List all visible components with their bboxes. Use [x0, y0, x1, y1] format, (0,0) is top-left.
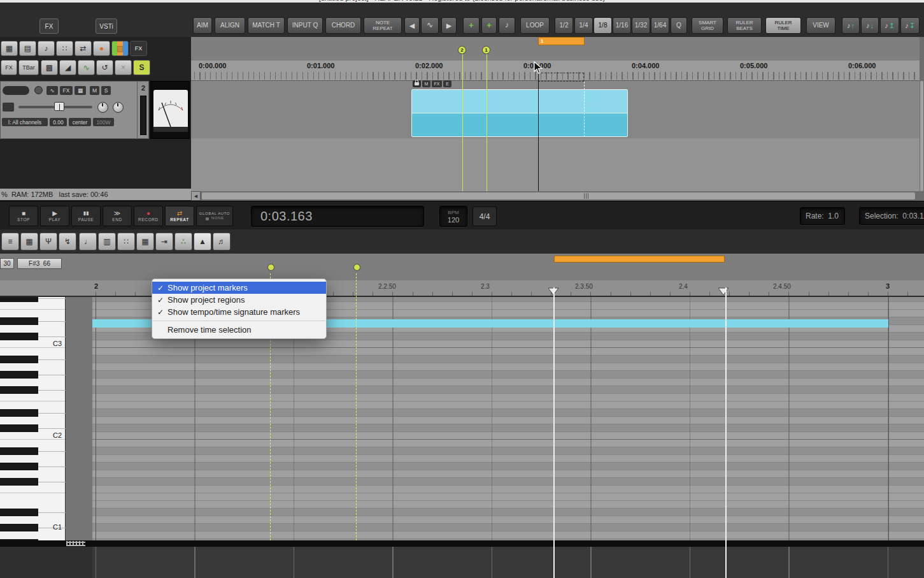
note-down-icon[interactable]: ♪↓ — [861, 17, 879, 34]
add-track-icon[interactable]: + — [463, 17, 480, 34]
end-button[interactable]: ≫ END — [103, 206, 132, 226]
nav-back-icon[interactable]: ◀ — [404, 17, 420, 34]
fade-icon[interactable]: ◢ — [59, 60, 76, 75]
track-name-field[interactable] — [3, 86, 29, 95]
item-lock-badge[interactable] — [413, 80, 421, 87]
midi-grid-icon[interactable]: ▦ — [20, 233, 38, 250]
ruler-time-button[interactable]: RULER TIME — [765, 17, 801, 34]
item-fx-badge[interactable]: FX — [432, 80, 442, 87]
grid-1-16-button[interactable]: 1/16 — [613, 17, 631, 34]
aim-button[interactable]: AIM — [193, 17, 212, 34]
note-repeat-button[interactable]: NOTE REPEAT — [364, 17, 402, 34]
marker-2[interactable]: 2 — [458, 46, 466, 54]
view-button[interactable]: VIEW — [806, 17, 835, 34]
midi-input-badge[interactable]: l: All channels — [2, 118, 48, 126]
note-octave-up-icon[interactable]: ♪↥ — [880, 17, 899, 34]
vertical-scrollbar[interactable] — [920, 37, 924, 191]
transport-time-display[interactable]: 0:03.163 — [251, 206, 424, 227]
track-fx-button[interactable]: FX — [60, 86, 73, 95]
midi-marker-dot-1[interactable] — [267, 264, 274, 271]
align-button[interactable]: ALIGN — [215, 17, 245, 34]
item-mute-badge[interactable]: M — [422, 80, 430, 87]
lightning-icon[interactable]: ↯ — [59, 233, 76, 250]
time-signature-button[interactable]: 4/4 — [473, 206, 497, 226]
marker-1[interactable]: 1 — [482, 46, 490, 54]
solo-button[interactable]: S — [101, 86, 111, 95]
snap-icon[interactable]: ∷ — [56, 41, 73, 56]
fx-chain-icon[interactable]: FX — [130, 41, 147, 56]
nav-forward-icon[interactable]: ▶ — [441, 17, 457, 34]
arrange-area[interactable]: 0:00.000 0:01.000 0:02.000 0:03.000 0:04… — [191, 37, 924, 201]
volume-readout[interactable]: 0.00 — [50, 118, 67, 126]
menu-item-remove-time-selection[interactable]: Remove time selection — [152, 324, 326, 336]
play-button[interactable]: ▶ PLAY — [40, 206, 69, 226]
ripple-icon[interactable]: ⇄ — [75, 41, 92, 56]
pan-readout[interactable]: center — [69, 118, 91, 126]
vsti-button[interactable]: VSTi — [96, 18, 117, 34]
ruler-beats-button[interactable]: RULER BEATS — [727, 17, 762, 34]
scrollbar-handle[interactable] — [202, 192, 915, 199]
chord-button[interactable]: CHORD — [325, 17, 361, 34]
pan-knob[interactable] — [97, 102, 108, 113]
envelope-icon[interactable]: ∿ — [421, 17, 439, 34]
input-q-button[interactable]: INPUT Q — [287, 17, 323, 34]
lane-divider[interactable] — [0, 540, 924, 547]
menu-item-show-tempo-markers[interactable]: ✓ Show tempo/time signature markers — [152, 306, 326, 318]
note-up-icon[interactable]: ♪↑ — [842, 17, 860, 34]
track-control-panel[interactable]: ∿ FX ▦ M S l: All channels 0.00 center 1… — [0, 81, 148, 139]
loop-button[interactable]: LOOP — [520, 17, 550, 34]
note-octave-down-icon[interactable]: ♪↧ — [900, 17, 920, 34]
loop-selection-bar[interactable]: 1 — [538, 37, 585, 45]
midi-loop-bar[interactable] — [554, 256, 725, 263]
bpm-display[interactable]: BPM 120 — [439, 206, 467, 227]
fader-mode-button[interactable] — [3, 103, 14, 112]
track-io-button[interactable]: ▦ — [75, 86, 86, 95]
docker-icon[interactable]: ▤ — [19, 41, 36, 56]
stop-button[interactable]: ■ STOP — [9, 206, 38, 226]
eject-icon[interactable]: ▲ — [194, 233, 211, 250]
fx-toggle-icon[interactable]: FX — [1, 60, 17, 75]
loop-end-handle[interactable] — [718, 287, 729, 296]
mute-button[interactable]: M — [90, 86, 99, 95]
smart-grid-button[interactable]: SMART GRID — [692, 17, 723, 34]
staff-view-icon[interactable]: ▥ — [98, 233, 116, 250]
theme-color-icon[interactable]: ▨ — [111, 41, 129, 56]
grid-1-64-button[interactable]: 1/64 — [651, 17, 669, 34]
pause-button[interactable]: ▮▮ PAUSE — [71, 206, 101, 226]
global-auto-button[interactable]: GLOBAL AUTO ▦ NONE — [196, 206, 233, 226]
width-readout[interactable]: 100W — [93, 118, 114, 126]
record-mode-icon[interactable]: ● — [93, 41, 110, 56]
record-arm-button[interactable] — [34, 86, 43, 94]
sync-icon[interactable]: ⇥ — [155, 233, 173, 250]
grid-1-2-button[interactable]: 1/2 — [555, 17, 573, 34]
rate-display[interactable]: Rate: 1.0 — [800, 207, 845, 225]
add-lane-icon[interactable]: + — [481, 17, 497, 34]
midi-marker-dot-2[interactable] — [353, 264, 360, 271]
horizontal-scrollbar[interactable]: ◀ — [191, 191, 924, 201]
scrollbar-grip[interactable] — [584, 193, 590, 199]
note-quantize-icon[interactable]: ♬ — [213, 233, 231, 250]
record-button[interactable]: ● RECORD — [134, 206, 163, 226]
item-grouping-icon[interactable]: ▩ — [41, 60, 58, 75]
metronome-icon[interactable]: ♪ — [38, 41, 55, 56]
grid-icon[interactable]: ▦ — [1, 41, 18, 56]
menu-item-show-project-regions[interactable]: ✓ Show project regions — [152, 294, 326, 306]
vertical-scrollbar-handle[interactable] — [920, 81, 923, 191]
drum-view-icon[interactable]: ∷ — [117, 233, 135, 250]
tuning-fork-icon[interactable]: Ψ — [39, 233, 57, 250]
match-t-button[interactable]: MATCH T — [248, 17, 285, 34]
undo-icon[interactable]: ↺ — [96, 60, 113, 75]
piano-black-keys[interactable] — [0, 297, 38, 542]
scroll-left-button[interactable]: ◀ — [191, 191, 201, 201]
media-item[interactable] — [411, 89, 628, 137]
envelope-mode-icon[interactable]: ∿ — [78, 60, 95, 75]
track-envelope-button[interactable]: ∿ — [46, 86, 58, 95]
midi-menu-icon[interactable]: ≡ — [1, 233, 19, 250]
note-icon[interactable]: ♪ — [499, 17, 515, 34]
grid-1-32-button[interactable]: 1/32 — [632, 17, 650, 34]
quantize-button[interactable]: Q — [671, 17, 687, 34]
lane-resize-grip[interactable] — [66, 541, 85, 546]
selection-display[interactable]: Selection: 0:03.1 — [859, 207, 924, 225]
item-env-badge[interactable]: E — [443, 80, 451, 87]
solo-defeat-icon[interactable]: S — [133, 60, 150, 75]
